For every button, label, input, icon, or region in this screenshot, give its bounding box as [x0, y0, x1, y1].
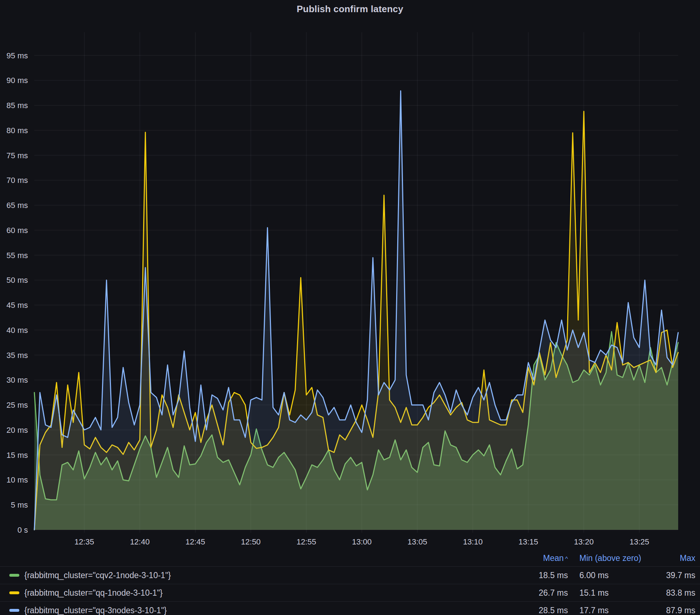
y-tick-label: 80 ms — [6, 126, 28, 135]
y-tick-label: 55 ms — [6, 251, 28, 260]
stat-min-above-zero: 17.7 ms — [568, 606, 652, 615]
legend-series-label: {rabbitmq_cluster="qq-3nodes-3-10-1"} — [9, 606, 514, 615]
y-tick-label: 30 ms — [6, 376, 28, 384]
y-tick-label: 15 ms — [6, 451, 28, 460]
y-tick-label: 90 ms — [6, 76, 28, 85]
y-tick-label: 70 ms — [6, 176, 28, 185]
x-axis-labels: 12:3512:4012:4512:5012:5513:0013:0513:10… — [74, 537, 649, 546]
panel-title[interactable]: Publish confirm latency — [0, 4, 700, 15]
legend-header-mean-label: Mean — [543, 553, 564, 563]
x-tick-label: 12:40 — [130, 537, 150, 546]
y-tick-label: 35 ms — [6, 351, 28, 360]
legend-row-0[interactable]: {rabbitmq_cluster="cqv2-1node-3-10-1"}18… — [0, 567, 700, 584]
x-tick-label: 13:00 — [352, 537, 371, 546]
stat-min-above-zero: 6.00 ms — [568, 571, 652, 580]
y-tick-label: 45 ms — [6, 301, 28, 310]
y-tick-label: 85 ms — [6, 101, 28, 110]
y-tick-label: 40 ms — [6, 326, 28, 335]
legend-series-label: {rabbitmq_cluster="cqv2-1node-3-10-1"} — [9, 571, 514, 580]
x-tick-label: 13:10 — [463, 537, 483, 546]
series-color-swatch-icon — [9, 591, 19, 594]
series-name: {rabbitmq_cluster="qq-3nodes-3-10-1"} — [24, 606, 167, 615]
x-tick-label: 13:05 — [408, 537, 427, 546]
legend-row-2[interactable]: {rabbitmq_cluster="qq-3nodes-3-10-1"}28.… — [0, 602, 700, 615]
y-tick-label: 65 ms — [6, 201, 28, 210]
legend-series-label: {rabbitmq_cluster="qq-1node-3-10-1"} — [9, 588, 514, 598]
legend-sort-min[interactable]: Min (above zero) — [568, 553, 652, 563]
x-tick-label: 12:35 — [74, 537, 94, 546]
y-tick-label: 50 ms — [6, 276, 28, 285]
series-color-swatch-icon — [9, 609, 19, 612]
x-tick-label: 13:15 — [519, 537, 538, 546]
stat-max: 39.7 ms — [652, 571, 695, 580]
y-axis-labels: 0 s5 ms10 ms15 ms20 ms25 ms30 ms35 ms40 … — [6, 51, 28, 534]
legend-table: Mean^ Min (above zero) Max {rabbitmq_clu… — [0, 550, 700, 615]
y-tick-label: 95 ms — [6, 51, 28, 60]
x-tick-label: 13:20 — [574, 537, 594, 546]
legend-rows: {rabbitmq_cluster="cqv2-1node-3-10-1"}18… — [0, 567, 700, 615]
sort-ascending-caret-icon: ^ — [565, 556, 568, 562]
legend-sort-mean[interactable]: Mean^ — [514, 553, 568, 563]
stat-mean: 18.5 ms — [514, 571, 568, 580]
x-tick-label: 12:45 — [185, 537, 205, 546]
grafana-panel: 0 s5 ms10 ms15 ms20 ms25 ms30 ms35 ms40 … — [0, 0, 700, 615]
series-color-swatch-icon — [9, 574, 19, 577]
legend-header: Mean^ Min (above zero) Max — [0, 550, 700, 567]
y-tick-label: 60 ms — [6, 226, 28, 235]
y-tick-label: 0 s — [18, 526, 28, 534]
y-tick-label: 20 ms — [6, 426, 28, 435]
stat-mean: 28.5 ms — [514, 606, 568, 615]
timeseries-chart[interactable]: 0 s5 ms10 ms15 ms20 ms25 ms30 ms35 ms40 … — [0, 0, 700, 550]
series-name: {rabbitmq_cluster="qq-1node-3-10-1"} — [24, 588, 163, 598]
y-tick-label: 10 ms — [6, 475, 28, 484]
series-name: {rabbitmq_cluster="cqv2-1node-3-10-1"} — [24, 571, 171, 580]
y-tick-label: 75 ms — [6, 151, 28, 160]
x-tick-label: 13:25 — [629, 537, 649, 546]
y-tick-label: 25 ms — [6, 401, 28, 410]
legend-row-1[interactable]: {rabbitmq_cluster="qq-1node-3-10-1"}26.7… — [0, 584, 700, 602]
stat-mean: 26.7 ms — [514, 588, 568, 598]
y-tick-label: 5 ms — [11, 500, 28, 509]
legend-sort-max[interactable]: Max — [652, 553, 695, 563]
stat-max: 87.9 ms — [652, 606, 695, 615]
stat-min-above-zero: 15.1 ms — [568, 588, 652, 598]
stat-max: 83.8 ms — [652, 588, 695, 598]
x-tick-label: 12:50 — [241, 537, 261, 546]
x-tick-label: 12:55 — [296, 537, 316, 546]
